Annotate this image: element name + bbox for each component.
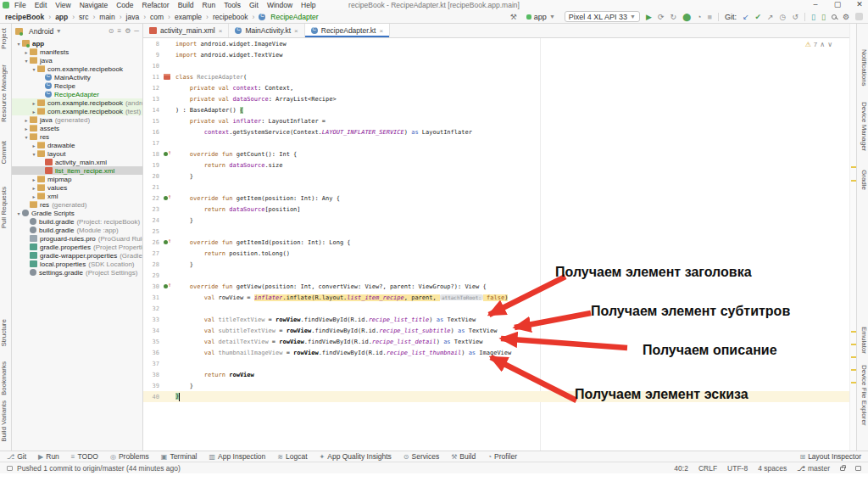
breadcrumb-item[interactable]: main <box>99 13 114 21</box>
git-update-button[interactable]: ↙ <box>743 11 749 23</box>
chevron-right-icon[interactable]: ▸ <box>31 143 37 148</box>
close-button[interactable] <box>854 0 865 8</box>
tree-item[interactable]: ▾Gradle Scripts <box>12 209 142 217</box>
tool-window-button-problems[interactable]: ◎Problems <box>110 452 149 461</box>
code-line[interactable]: 23 return dataSource[position] <box>143 204 854 215</box>
code-line[interactable]: 37 <box>143 358 854 369</box>
code-line[interactable]: 17 <box>143 137 854 148</box>
tool-window-button-app-inspection[interactable]: ▥App Inspection <box>209 452 266 461</box>
code-line[interactable]: 14) : BaseAdapter() { <box>143 104 854 115</box>
code-line[interactable]: 15 private val inflater: LayoutInflater … <box>143 115 854 126</box>
code-line[interactable]: 22↑ override fun getItem(position: Int):… <box>143 193 854 204</box>
code-line[interactable]: 28 } <box>143 259 854 270</box>
settings-gear-icon[interactable]: ⚙ <box>125 27 131 35</box>
tool-window-button-commit[interactable]: Commit <box>0 141 11 165</box>
tree-item[interactable]: ▸drawable <box>12 141 142 149</box>
run-config-selector[interactable]: app ▼ <box>523 11 559 22</box>
code-line[interactable]: 30↑ override fun getView(position: Int, … <box>143 281 854 292</box>
breadcrumb-current[interactable]: RecipeAdapter <box>259 13 318 21</box>
chevron-right-icon[interactable]: ▸ <box>31 176 37 182</box>
chevron-down-icon[interactable]: ▾ <box>31 66 37 72</box>
code-line[interactable]: 25 <box>143 226 854 237</box>
code-line[interactable]: 35 val detailTextView = rowView.findView… <box>143 336 854 347</box>
tree-item[interactable]: ▸values <box>12 183 142 192</box>
prev-warning-icon[interactable]: ∧ <box>820 41 825 48</box>
code-line[interactable]: 38 return rowView <box>143 369 854 380</box>
menu-navigate[interactable]: Navigate <box>80 1 108 9</box>
menu-view[interactable]: View <box>55 1 70 9</box>
tree-item[interactable]: ▸java (generated) <box>12 115 142 124</box>
indent-widget[interactable]: 4 spaces <box>758 464 787 473</box>
tree-item[interactable]: gradle.properties (Project Properties) <box>12 243 142 251</box>
menu-tools[interactable]: Tools <box>224 1 241 9</box>
chevron-right-icon[interactable]: ▸ <box>31 193 37 199</box>
tree-item[interactable]: MainActivity <box>12 73 142 81</box>
locate-file-icon[interactable]: ⊙ <box>108 27 114 35</box>
chevron-right-icon[interactable]: ▸ <box>31 109 37 115</box>
breadcrumb-item[interactable]: src <box>79 13 88 21</box>
chevron-down-icon[interactable]: ▾ <box>23 134 30 140</box>
code-line[interactable]: 33 val titleTextView = rowView.findViewB… <box>143 314 854 325</box>
notifications-icon[interactable] <box>855 466 861 471</box>
git-branch-widget[interactable]: ⎇ master <box>797 464 830 473</box>
tab-mainactivity-kt[interactable]: MainActivity.kt× <box>229 24 304 37</box>
code-line[interactable]: 27 return position.toLong() <box>143 248 854 259</box>
event-log-icon[interactable] <box>7 466 13 471</box>
tree-item[interactable]: list_item_recipe.xml <box>12 166 142 175</box>
tool-window-button-structure[interactable]: Structure <box>0 319 11 346</box>
chevron-right-icon[interactable]: ▸ <box>31 100 37 106</box>
menu-code[interactable]: Code <box>116 1 133 9</box>
breadcrumb-item[interactable]: app <box>55 13 68 21</box>
tree-item[interactable]: ▾app <box>12 39 142 48</box>
minimize-button[interactable] <box>810 0 821 8</box>
tool-window-button-build-variants[interactable]: Build Variants <box>0 400 11 442</box>
settings-gear-icon[interactable]: ⚙ <box>843 11 849 23</box>
apply-changes-icon[interactable]: ⟳ <box>658 11 665 23</box>
code-line[interactable]: 31 val rowView = inflater.inflate(R.layo… <box>143 292 854 303</box>
tree-item[interactable]: build.gradle (Module :app) <box>12 226 142 234</box>
avatar[interactable] <box>855 13 863 20</box>
menu-refactor[interactable]: Refactor <box>142 1 170 9</box>
caret-position-widget[interactable]: 40:2 <box>674 464 688 473</box>
tree-item[interactable]: ▾java <box>12 56 142 64</box>
code-line[interactable]: 11class RecipeAdapter( <box>143 71 854 82</box>
history-icon[interactable]: ◷ <box>780 11 787 23</box>
breadcrumb-item[interactable]: com <box>150 13 164 21</box>
code-line[interactable]: 39 } <box>143 380 854 391</box>
device-selector[interactable]: Pixel 4 XL API 33 ▼ <box>565 11 640 22</box>
tool-window-button-notifications[interactable]: Notifications <box>857 49 868 87</box>
close-icon[interactable]: × <box>294 27 298 35</box>
code-line[interactable]: 10 <box>143 60 854 71</box>
editor-scrollbar[interactable] <box>849 24 856 451</box>
chevron-right-icon[interactable]: ▸ <box>31 185 37 191</box>
tool-window-button-device-file-explorer[interactable]: Device File Explorer <box>857 365 868 426</box>
tool-window-button-terminal[interactable]: ▣Terminal <box>161 452 198 461</box>
tree-item[interactable]: gradle-wrapper.properties (Gradle Versio… <box>12 251 142 260</box>
line-ending-widget[interactable]: CRLF <box>698 464 717 473</box>
code-line[interactable]: 13 private val dataSource: ArrayList<Rec… <box>143 93 854 104</box>
code-line[interactable]: 18↑ override fun getCount(): Int { <box>143 148 854 160</box>
inspections-widget[interactable]: ⚠ 7 ∧ ∨ <box>805 41 832 48</box>
code-line[interactable]: 24 } <box>143 215 854 226</box>
chevron-right-icon[interactable]: ▸ <box>23 126 30 132</box>
tree-item[interactable]: ▸manifests <box>12 48 142 56</box>
tool-window-button-pull-requests[interactable]: Pull Requests <box>0 187 11 228</box>
code-line[interactable]: 20 } <box>143 171 854 182</box>
tree-item[interactable]: ▸com.example.recipebook (androidTest) <box>12 98 142 107</box>
breadcrumb-item[interactable]: recipeBook <box>5 13 44 21</box>
tree-item[interactable]: proguard-rules.pro (ProGuard Rules for "… <box>12 234 142 243</box>
lock-icon[interactable] <box>840 467 845 471</box>
tree-item[interactable]: ▾com.example.recipebook <box>12 64 142 73</box>
tool-window-button-bookmarks[interactable]: Bookmarks <box>0 361 11 395</box>
close-icon[interactable]: × <box>219 27 223 35</box>
device-mirroring-icon[interactable]: ▯ <box>821 11 826 23</box>
breadcrumb-item[interactable]: example <box>175 13 202 21</box>
run-button[interactable]: ▶ <box>646 11 652 23</box>
code-line[interactable]: 19 return dataSource.size <box>143 160 854 171</box>
chevron-right-icon[interactable]: ▸ <box>23 117 30 123</box>
chevron-right-icon[interactable]: ▸ <box>23 49 30 55</box>
code-line[interactable]: 8import android.widget.ImageView <box>143 38 854 49</box>
collapse-all-icon[interactable]: ≡ <box>117 27 121 35</box>
code-line[interactable]: 29 <box>143 270 854 281</box>
menu-window[interactable]: Window <box>267 1 292 9</box>
